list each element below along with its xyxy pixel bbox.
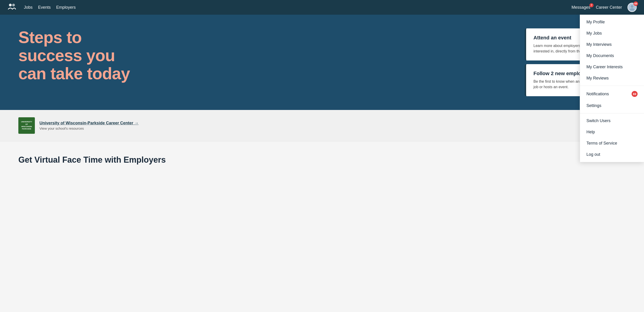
dropdown-terms-of-service[interactable]: Terms of Service xyxy=(580,138,644,149)
dropdown-section-settings: Notifications 69 Settings xyxy=(580,86,644,113)
messages-button[interactable]: Messages 7 xyxy=(572,5,590,10)
svg-point-1 xyxy=(12,4,15,6)
nav-employers[interactable]: Employers xyxy=(56,5,76,10)
hero-headline: Steps to success you can take today xyxy=(18,28,516,83)
dropdown-section-account: Switch Users Help Terms of Service Log o… xyxy=(580,113,644,162)
messages-badge: 7 xyxy=(590,3,594,7)
dropdown-settings[interactable]: Settings xyxy=(580,100,644,111)
career-center-button[interactable]: Career Center xyxy=(596,5,622,10)
nav-jobs[interactable]: Jobs xyxy=(24,5,32,10)
navbar: Jobs Events Employers Messages 7 Career … xyxy=(0,0,644,15)
dropdown-switch-users[interactable]: Switch Users xyxy=(580,115,644,126)
dropdown-help[interactable]: Help xyxy=(580,126,644,138)
dropdown-my-career-interests[interactable]: My Career Interests xyxy=(580,61,644,73)
school-logo: UNIVERSITYOFWISCONSINPARKSIDE xyxy=(18,117,35,134)
svg-point-0 xyxy=(9,4,12,6)
avatar-button[interactable]: 69 xyxy=(628,3,637,12)
dropdown-my-interviews[interactable]: My Interviews xyxy=(580,39,644,50)
nav-events[interactable]: Events xyxy=(38,5,51,10)
navbar-links: Jobs Events Employers xyxy=(24,5,76,10)
dropdown-my-profile[interactable]: My Profile xyxy=(580,16,644,28)
notifications-badge: 69 xyxy=(632,91,638,97)
dropdown-my-jobs[interactable]: My Jobs xyxy=(580,28,644,39)
dropdown-notifications[interactable]: Notifications 69 xyxy=(580,88,644,100)
dropdown-section-profile: My Profile My Jobs My Interviews My Docu… xyxy=(580,15,644,86)
school-info: University of Wisconsin-Parkside Career … xyxy=(40,121,138,130)
logo[interactable] xyxy=(7,3,16,12)
user-dropdown: My Profile My Jobs My Interviews My Docu… xyxy=(580,15,644,162)
navbar-right: Messages 7 Career Center 69 xyxy=(572,3,637,12)
school-link[interactable]: University of Wisconsin-Parkside Career … xyxy=(40,121,138,125)
bottom-title: Get Virtual Face Time with Employers xyxy=(18,155,626,165)
dropdown-my-documents[interactable]: My Documents xyxy=(580,50,644,61)
bottom-section: Get Virtual Face Time with Employers xyxy=(0,141,644,178)
school-section: UNIVERSITYOFWISCONSINPARKSIDE University… xyxy=(0,110,644,141)
hero-section: Steps to success you can take today Atte… xyxy=(0,15,644,110)
svg-point-3 xyxy=(630,8,634,10)
avatar-badge: 69 xyxy=(634,1,638,6)
dropdown-log-out[interactable]: Log out xyxy=(580,149,644,160)
school-sub-text: View your school's resources xyxy=(40,126,138,130)
svg-point-2 xyxy=(631,5,634,8)
dropdown-my-reviews[interactable]: My Reviews xyxy=(580,73,644,84)
